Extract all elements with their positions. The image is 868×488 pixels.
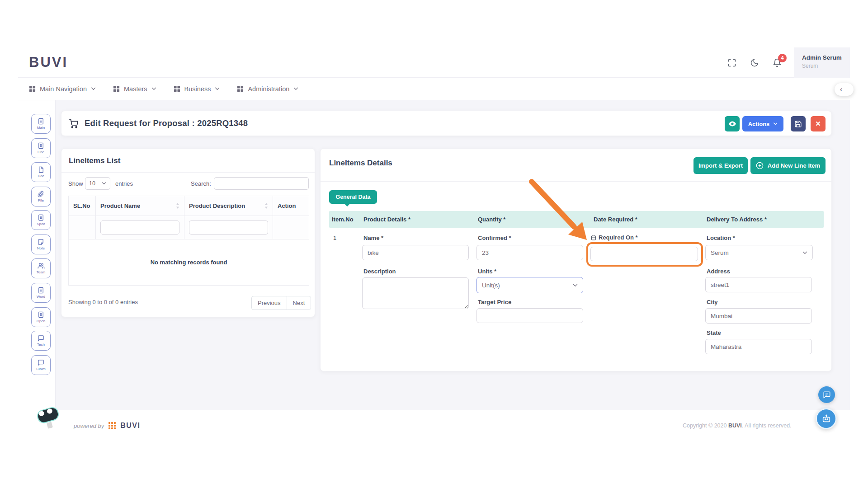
city-label: City (707, 299, 718, 305)
nav-item-masters[interactable]: Masters (113, 85, 156, 93)
required-on-label: Required On * (599, 234, 638, 241)
target-price-input[interactable] (476, 308, 583, 323)
entries-label: entries (115, 180, 133, 187)
sidebar-item-note[interactable]: Note (31, 235, 51, 254)
nav-item-label: Main Navigation (40, 85, 87, 93)
col-product-details: Product Details * (363, 216, 410, 223)
cart-icon (69, 119, 78, 128)
dark-mode-icon[interactable] (750, 58, 760, 68)
chat-icon (38, 335, 44, 342)
sidebar-item-tech[interactable]: Tech (31, 331, 51, 351)
nav-item-main-navigation[interactable]: Main Navigation (29, 85, 96, 93)
name-input[interactable] (362, 245, 469, 260)
target-price-label: Target Price (478, 299, 511, 305)
grid-icon (237, 85, 244, 92)
sidebar-item-doc[interactable]: Doc (31, 162, 51, 182)
divider (321, 181, 831, 182)
sidebar-item-word[interactable]: Word (31, 283, 51, 303)
grid-icon (174, 85, 180, 92)
left-toolbar: Main Line Doc File Spec Note Team Word (18, 100, 56, 410)
page-icon (38, 166, 44, 173)
address-input[interactable] (705, 277, 812, 292)
sidebar-item-team[interactable]: Team (31, 258, 51, 278)
preview-eye-button[interactable] (725, 116, 740, 131)
chatbot-widget-button[interactable] (816, 408, 837, 429)
required-on-input[interactable] (590, 247, 698, 261)
footer-brand: BUVI (120, 422, 140, 430)
nav-item-administration[interactable]: Administration (237, 85, 298, 93)
people-icon (38, 263, 45, 269)
state-input[interactable] (705, 339, 812, 354)
sidebar-item-claim[interactable]: Claim (31, 355, 51, 375)
details-table-header: Item.No Product Details * Quantity * Dat… (329, 211, 824, 228)
location-label: Location * (707, 235, 735, 241)
tab-pointer (344, 203, 350, 206)
nav-item-business[interactable]: Business (174, 85, 220, 93)
required-on-label-group: Required On * (591, 234, 638, 241)
product-name-filter-input[interactable] (100, 221, 179, 235)
notification-badge: 4 (778, 54, 787, 62)
col-product-description[interactable]: Product Description (184, 196, 273, 216)
lineitems-details-title: LineItems Details (329, 159, 392, 168)
eye-icon (728, 121, 736, 127)
sidebar-item-line[interactable]: Line (31, 138, 51, 158)
lineitems-list-title: LineItems List (69, 156, 120, 165)
search-input[interactable] (214, 177, 309, 190)
actions-dropdown-button[interactable]: Actions (742, 116, 783, 131)
col-action: Action (273, 196, 309, 216)
col-product-name[interactable]: Product Name (96, 196, 184, 216)
note-icon (38, 239, 44, 245)
add-new-line-item-button[interactable]: Add New Line Item (750, 157, 826, 174)
brand-logo: BUVI (29, 54, 68, 70)
close-icon: ✕ (815, 120, 821, 128)
document-icon (38, 311, 44, 318)
sidebar-item-file[interactable]: File (31, 187, 51, 206)
description-textarea[interactable] (362, 277, 469, 309)
document-icon (38, 214, 44, 221)
buvi-dots-icon (108, 422, 116, 429)
city-input[interactable] (705, 308, 812, 324)
robot-icon (821, 414, 831, 424)
tab-general-data[interactable]: General Data (329, 190, 377, 204)
sidebar-item-spec[interactable]: Spec (31, 210, 51, 230)
name-label: Name * (363, 235, 383, 241)
import-export-button[interactable]: Import & Export (693, 157, 748, 174)
address-label: Address (707, 268, 730, 275)
calendar-icon (591, 235, 596, 240)
lineitems-list-panel: LineItems List Show 10 entries Search: S… (61, 148, 315, 317)
chat-widget-button[interactable] (818, 386, 835, 403)
nav-item-label: Masters (124, 85, 147, 93)
sidebar-item-open[interactable]: Open (31, 307, 51, 327)
location-select[interactable]: Serum (705, 245, 813, 260)
next-page-button[interactable]: Next (287, 296, 311, 310)
page-size-select[interactable]: 10 (85, 177, 110, 190)
chevron-down-icon (573, 284, 578, 287)
close-button[interactable]: ✕ (811, 116, 826, 131)
entries-summary: Showing 0 to 0 of 0 entries (68, 299, 138, 305)
user-role: Serum (802, 63, 850, 69)
user-menu[interactable]: Admin Serum Serum (794, 47, 850, 78)
header-icons: 4 (727, 47, 782, 78)
chevron-down-icon (773, 122, 778, 125)
save-button[interactable] (791, 116, 806, 131)
divider (61, 172, 315, 173)
units-label: Units * (478, 268, 496, 275)
previous-page-button[interactable]: Previous (251, 296, 287, 310)
show-label: Show (68, 180, 83, 187)
description-label: Description (363, 268, 396, 275)
item-no-value: 1 (333, 235, 336, 241)
notifications-bell-icon[interactable]: 4 (772, 58, 782, 68)
document-icon (38, 118, 44, 125)
sidebar-item-main[interactable]: Main (31, 114, 51, 134)
fullscreen-icon[interactable] (727, 58, 737, 68)
powered-by: powered by BUVI (74, 422, 140, 430)
empty-row: No matching records found (69, 239, 309, 286)
product-description-filter-input[interactable] (189, 221, 268, 235)
nav-item-label: Administration (248, 85, 289, 93)
units-select[interactable]: Unit(s) (476, 277, 583, 293)
empty-message: No matching records found (69, 239, 309, 286)
collapse-panel-button[interactable]: ‹ (835, 83, 854, 96)
confirmed-input[interactable] (476, 245, 583, 260)
lineitems-details-panel: LineItems Details Import & Export Add Ne… (320, 148, 832, 371)
col-slno[interactable]: SL.No (69, 196, 96, 216)
